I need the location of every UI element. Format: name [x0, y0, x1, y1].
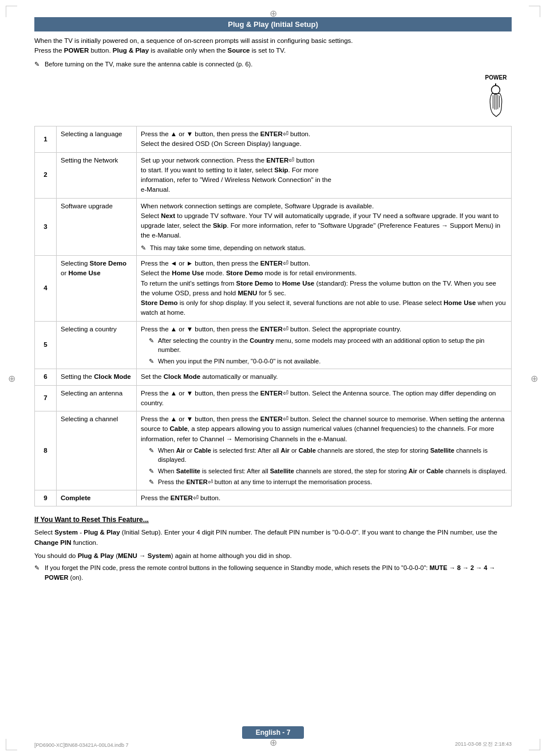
footer-bar: English - 7	[0, 726, 546, 739]
step-7-num: 7	[35, 385, 57, 411]
step-3-note: This may take some time, depending on ne…	[141, 243, 507, 253]
step-1-desc: Press the ▲ or ▼ button, then press the …	[137, 126, 512, 153]
side-mark-right: ⊕	[531, 373, 538, 383]
corner-mark-tr	[529, 6, 540, 17]
step-5-desc: Press the ▲ or ▼ button, then press the …	[137, 321, 512, 369]
power-icon-svg	[480, 82, 512, 122]
step-6-row: 6 Setting the Clock Mode Set the Clock M…	[35, 369, 512, 385]
step-2-row: 2 Setting the Network Set up your networ…	[35, 152, 512, 198]
step-2-label: Setting the Network	[57, 152, 137, 198]
step-3-label: Software upgrade	[57, 198, 137, 256]
step-3-desc: When network connection settings are com…	[137, 198, 512, 256]
step-5-num: 5	[35, 321, 57, 369]
reset-line1: Select System - Plug & Play (Initial Set…	[34, 527, 512, 548]
steps-table: 1 Selecting a language Press the ▲ or ▼ …	[34, 126, 512, 506]
step-6-label: Setting the Clock Mode	[57, 369, 137, 385]
step-5-note1: After selecting the country in the Count…	[141, 336, 507, 355]
step-5-label: Selecting a country	[57, 321, 137, 369]
step-6-desc: Set the Clock Mode automatically or manu…	[137, 369, 512, 385]
step-8-num: 8	[35, 411, 57, 490]
step-7-row: 7 Selecting an antenna Press the ▲ or ▼ …	[35, 385, 512, 411]
step-1-row: 1 Selecting a language Press the ▲ or ▼ …	[35, 126, 512, 153]
footer-label: English - 7	[242, 726, 304, 739]
corner-mark-br	[529, 739, 540, 750]
reset-note: If you forget the PIN code, press the re…	[34, 563, 512, 582]
step-1-num: 1	[35, 126, 57, 153]
center-mark-top: ⊕	[270, 8, 277, 19]
page: ⊕ ⊕ ⊕ ⊕ Plug & Play (Initial Setup) When…	[0, 0, 546, 756]
corner-mark-bl	[6, 739, 17, 750]
step-3-row: 3 Software upgrade When network connecti…	[35, 198, 512, 256]
step-8-note3: Press the ENTER⏎ button at any time to i…	[141, 477, 507, 487]
step-8-label: Selecting a channel	[57, 411, 137, 490]
step-9-num: 9	[35, 490, 57, 506]
step-1-label: Selecting a language	[57, 126, 137, 153]
step-5-row: 5 Selecting a country Press the ▲ or ▼ b…	[35, 321, 512, 369]
side-mark-left: ⊕	[8, 373, 15, 383]
footer-date: 2011-03-08 오전 2:18:43	[455, 741, 512, 748]
intro-block: When the TV is initially powered on, a s…	[34, 36, 512, 69]
step-5-note2: When you input the PIN number, "0-0-0-0"…	[141, 357, 507, 366]
step-8-note1: When Air or Cable is selected first: Aft…	[141, 446, 507, 465]
power-label: POWER	[480, 74, 512, 81]
step-7-label: Selecting an antenna	[57, 385, 137, 411]
reset-line2: You should do Plug & Play (MENU → System…	[34, 551, 512, 561]
power-figure: POWER	[480, 74, 512, 123]
step-4-row: 4 Selecting Store Demo or Home Use Press…	[35, 256, 512, 322]
corner-mark-tl	[6, 6, 17, 17]
reset-title: If You Want to Reset This Feature...	[34, 516, 512, 524]
intro-note: Before turning on the TV, make sure the …	[34, 60, 512, 69]
step-8-desc: Press the ▲ or ▼ button, then press the …	[137, 411, 512, 490]
reset-section: If You Want to Reset This Feature... Sel…	[34, 516, 512, 582]
step-9-row: 9 Complete Press the ENTER⏎ button.	[35, 490, 512, 506]
step-3-num: 3	[35, 198, 57, 256]
intro-line1: When the TV is initially powered on, a s…	[34, 36, 512, 56]
step-4-num: 4	[35, 256, 57, 322]
step-2-num: 2	[35, 152, 57, 198]
step-8-row: 8 Selecting a channel Press the ▲ or ▼ b…	[35, 411, 512, 490]
svg-point-0	[492, 86, 500, 94]
footer-file: [PD6900-XC]BN68-03421A-00L04.indb 7	[34, 742, 129, 748]
section-title: Plug & Play (Initial Setup)	[34, 17, 512, 31]
step-9-label: Complete	[57, 490, 137, 506]
step-2-desc: Set up your network connection. Press th…	[137, 152, 512, 198]
step-7-desc: Press the ▲ or ▼ button, then press the …	[137, 385, 512, 411]
step-6-num: 6	[35, 369, 57, 385]
step-4-desc: Press the ◄ or ► button, then press the …	[137, 256, 512, 322]
step-8-note2: When Satellite is selected first: After …	[141, 466, 507, 476]
step-4-label: Selecting Store Demo or Home Use	[57, 256, 137, 322]
step-9-desc: Press the ENTER⏎ button.	[137, 490, 512, 506]
